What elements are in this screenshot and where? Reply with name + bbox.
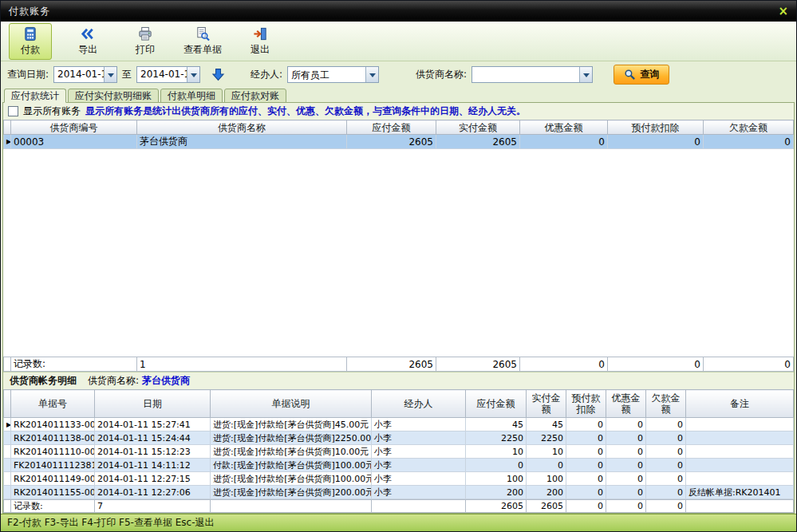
cell	[686, 418, 794, 432]
current-row-marker	[4, 472, 11, 486]
cell: 10	[527, 445, 566, 459]
cell: 茅台供货商	[137, 135, 347, 149]
payment-button[interactable]: 付款	[9, 23, 52, 60]
supplier-dropdown[interactable]	[471, 66, 593, 83]
column-header: 单据说明	[211, 390, 372, 418]
cell: 2014-01-11 12:27:06	[95, 486, 211, 499]
cell: 00003	[11, 135, 137, 149]
voucher-row[interactable]: ▶RK2014011133-002014-01-11 15:27:41进货:[现…	[4, 418, 794, 432]
search-icon	[624, 69, 636, 81]
tab-payable-paid-ledger[interactable]: 应付实付款明细账	[68, 89, 159, 103]
detail-section-header: 供货商帐务明细 供货商名称: 茅台供货商	[3, 372, 794, 389]
cell: 0	[646, 432, 686, 445]
to-label: 至	[122, 68, 132, 81]
date-from-dropdown[interactable]: 2014-01-11	[53, 66, 117, 83]
show-all-accounts-checkbox[interactable]	[8, 106, 18, 116]
tab-payment-receipt-detail[interactable]: 付款单明细	[160, 89, 223, 103]
cell: 反结帐单据:RK201401	[686, 486, 794, 499]
cell	[211, 500, 372, 513]
cell: 0	[608, 135, 704, 149]
print-button[interactable]: 打印	[124, 23, 167, 60]
column-header: 欠款金额	[704, 120, 794, 135]
cell	[686, 500, 794, 513]
cell: 0	[646, 500, 686, 513]
chevron-down-icon[interactable]	[365, 67, 378, 82]
export-icon	[80, 26, 96, 41]
cell: 0	[646, 459, 686, 472]
cell: 进货:[现金]付款给[茅台供货商]2250.00元	[211, 432, 372, 445]
view-receipt-button[interactable]: 查看单据	[181, 23, 224, 60]
cell: 进货:[现金]付款给[茅台供货商]100.00元	[211, 472, 372, 486]
column-header: 应付金额	[347, 120, 436, 135]
detail-totals-row: 记录数:726052605000	[4, 500, 794, 513]
date-to-value: 2014-01-11	[137, 67, 187, 82]
voucher-row[interactable]: FK20140111123812014-01-11 14:11:12付款:[现金…	[4, 459, 794, 472]
cell: 2014-01-11 15:24:44	[95, 432, 211, 445]
cell: 10	[466, 445, 527, 459]
column-header: 日期	[95, 390, 211, 418]
cell: 进货:[现金]付款给[茅台供货商]10.00元	[211, 445, 372, 459]
cell: 记录数:	[11, 500, 95, 513]
operator-label: 经办人:	[251, 68, 282, 81]
print-button-label: 打印	[136, 43, 155, 57]
voucher-row[interactable]: RK2014011155-002014-01-11 12:27:06进货:[现金…	[4, 486, 794, 499]
exit-button[interactable]: 退出	[239, 23, 282, 60]
cell: 0	[704, 135, 794, 149]
operator-value: 所有员工	[288, 67, 365, 82]
date-to-dropdown[interactable]: 2014-01-11	[136, 66, 200, 83]
show-all-accounts-label: 显示所有账务	[23, 104, 81, 118]
column-header: 单据号	[11, 390, 95, 418]
tab-payable-reconcile[interactable]: 应付款对账	[224, 89, 286, 103]
supplier-detail-grid: 单据号 日期 单据说明 经办人 应付金额 实付金额 预付款扣除 优惠金额 欠款金…	[3, 389, 794, 513]
operator-dropdown[interactable]: 所有员工	[287, 66, 379, 83]
column-header: 经办人	[372, 390, 466, 418]
title-bar: 付款账务 ×	[1, 1, 796, 22]
cell: 2605	[347, 135, 436, 149]
cell: 2605	[466, 500, 527, 513]
voucher-row[interactable]: RK2014011138-002014-01-11 15:24:44进货:[现金…	[4, 432, 794, 445]
voucher-row[interactable]: RK2014011110-002014-01-11 15:12:23进货:[现金…	[4, 445, 794, 459]
supplier-label: 供货商名称:	[416, 68, 467, 81]
cell: 0	[646, 418, 686, 432]
blue-down-arrow-icon[interactable]	[211, 68, 225, 81]
cell: 0	[527, 459, 566, 472]
export-button[interactable]: 导出	[66, 23, 109, 60]
cell: 0	[566, 472, 606, 486]
cell: 2014-01-11 15:12:23	[95, 445, 211, 459]
cell: FK2014011112381	[11, 459, 95, 472]
current-row-marker	[4, 432, 11, 445]
detail-header-row: 单据号 日期 单据说明 经办人 应付金额 实付金额 预付款扣除 优惠金额 欠款金…	[4, 390, 794, 418]
supplier-summary-row[interactable]: ▶00003茅台供货商26052605000	[4, 135, 794, 149]
cell: 0	[608, 357, 704, 372]
column-header: 应付金额	[466, 390, 527, 418]
cell: 100	[527, 472, 566, 486]
cell: 记录数:	[11, 357, 137, 372]
current-row-marker: ▶	[4, 135, 11, 149]
cell	[686, 445, 794, 459]
cell: 0	[606, 500, 646, 513]
chevron-down-icon[interactable]	[579, 67, 592, 82]
chevron-down-icon[interactable]	[104, 67, 116, 82]
cell: 0	[606, 418, 646, 432]
column-header: 优惠金额	[520, 120, 608, 135]
cell: 2605	[436, 135, 520, 149]
cell: 小李	[372, 472, 466, 486]
cell: 0	[606, 472, 646, 486]
tab-page: 显示所有账务 显示所有账务是统计出供货商所有的应付、实付、优惠、欠款金额，与查询…	[2, 102, 795, 514]
detail-section-title: 供货商帐务明细	[10, 374, 77, 388]
cell: 0	[606, 486, 646, 499]
query-bar: 查询日期: 2014-01-11 至 2014-01-11 经办人: 所有员工 …	[1, 61, 796, 88]
current-row-marker	[4, 486, 11, 499]
search-button[interactable]: 查询	[614, 65, 669, 85]
cell	[372, 500, 466, 513]
voucher-row[interactable]: RK2014011149-002014-01-11 12:27:15进货:[现金…	[4, 472, 794, 486]
close-button[interactable]: ×	[778, 6, 788, 18]
cell: 进货:[现金]付款给[茅台供货商]45.00元	[211, 418, 372, 432]
cell	[686, 459, 794, 472]
cell: 0	[566, 459, 606, 472]
chevron-down-icon[interactable]	[187, 67, 199, 82]
cell: 0	[566, 486, 606, 499]
column-header: 供货商编号	[11, 120, 137, 135]
cell: 0	[704, 357, 794, 372]
tab-payable-stats[interactable]: 应付款统计	[4, 89, 66, 103]
